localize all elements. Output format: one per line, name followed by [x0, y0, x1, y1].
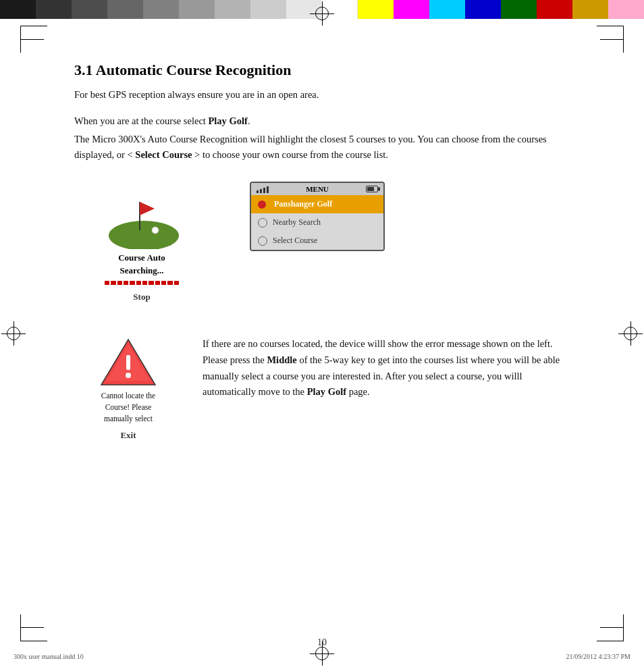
svg-point-3 — [152, 227, 159, 234]
corner-mark-br — [597, 614, 624, 641]
error-device: Cannot locate the Course! Please manuall… — [74, 336, 182, 442]
reg-mark-top — [310, 1, 334, 26]
section-title: 3.1 Automatic Course Recognition — [74, 61, 570, 80]
select-course-icon — [258, 236, 267, 246]
device-left: Course Auto Searching... Stop — [74, 182, 209, 302]
menu-item-nearby-search[interactable]: Nearby Search — [251, 213, 383, 232]
footer-right: 21/09/2012 4:23:37 PM — [566, 653, 630, 660]
subtitle-text: For best GPS reception always ensure you… — [74, 87, 570, 103]
progress-bar — [105, 281, 179, 285]
body-paragraph-2: The Micro 300X's Auto Course Recognition… — [74, 132, 570, 163]
nearby-search-icon — [258, 218, 267, 228]
page-number: 10 — [317, 637, 327, 648]
menu-label: MENU — [306, 185, 329, 193]
error-body-text: If there are no courses located, the dev… — [203, 336, 570, 401]
bleed-br — [600, 627, 624, 628]
golf-scene — [98, 182, 186, 249]
device-right: MENU Panshanger Golf Nearby Search — [250, 182, 398, 251]
bleed-tr — [600, 39, 624, 40]
corner-mark-bl — [20, 614, 47, 641]
menu-item-panshanger[interactable]: Panshanger Golf — [251, 195, 383, 213]
reg-mark-right — [618, 321, 643, 346]
error-text-label: Cannot locate the Course! Please manuall… — [101, 390, 155, 425]
device-searching-label: Course Auto Searching... — [118, 252, 165, 276]
devices-area: Course Auto Searching... Stop — [74, 182, 570, 302]
signal-icon — [257, 185, 269, 193]
panshanger-icon — [258, 201, 266, 209]
body-paragraph-1: When you are at the course select Play G… — [74, 113, 570, 129]
exit-button[interactable]: Exit — [120, 430, 136, 441]
bleed-tl — [20, 39, 44, 40]
footer-left: 300x user manual.indd 10 — [14, 653, 84, 660]
stop-button[interactable]: Stop — [133, 292, 150, 302]
svg-rect-8 — [126, 355, 130, 370]
svg-point-0 — [109, 221, 179, 249]
battery-icon — [366, 186, 378, 192]
content-area: 3.1 Automatic Course Recognition For bes… — [74, 61, 570, 626]
svg-point-9 — [126, 373, 131, 378]
menu-item-select-course[interactable]: Select Course — [251, 232, 383, 250]
gps-screen: MENU Panshanger Golf Nearby Search — [250, 182, 385, 251]
svg-marker-2 — [140, 202, 155, 215]
reg-mark-left — [1, 321, 26, 346]
bleed-bl — [20, 627, 44, 628]
gps-screen-header: MENU — [251, 183, 383, 195]
error-section: Cannot locate the Course! Please manuall… — [74, 336, 570, 442]
warning-triangle — [98, 336, 159, 390]
